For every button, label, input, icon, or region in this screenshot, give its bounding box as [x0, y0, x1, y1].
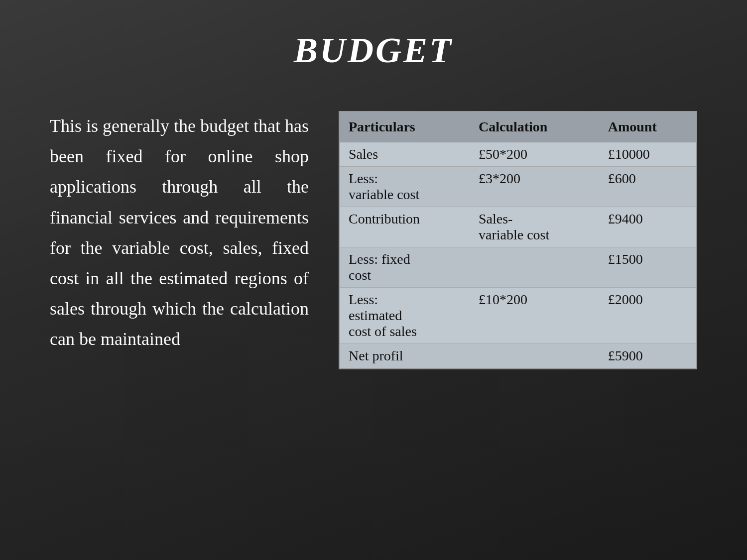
- cell-particulars: Net profil: [340, 344, 470, 368]
- table-header-row: Particulars Calculation Amount: [340, 112, 696, 142]
- table-row: Less: fixed cost£1500: [340, 247, 696, 288]
- cell-amount: £5900: [599, 344, 696, 368]
- cell-calculation: [470, 344, 599, 368]
- table-row: ContributionSales- variable cost£9400: [340, 207, 696, 247]
- cell-amount: £2000: [599, 288, 696, 344]
- col-calculation: Calculation: [470, 112, 599, 142]
- page-title: BUDGET: [294, 30, 453, 71]
- description-text: This is generally the budget that has be…: [50, 111, 309, 355]
- cell-calculation: £3*200: [470, 167, 599, 207]
- table-row: Sales£50*200£10000: [340, 142, 696, 167]
- table-row: Less: estimated cost of sales£10*200£200…: [340, 288, 696, 344]
- title-section: BUDGET: [294, 30, 453, 71]
- cell-particulars: Less: fixed cost: [340, 247, 470, 288]
- cell-particulars: Contribution: [340, 207, 470, 247]
- table-row: Net profil£5900: [340, 344, 696, 368]
- cell-calculation: £50*200: [470, 142, 599, 167]
- cell-particulars: Less: estimated cost of sales: [340, 288, 470, 344]
- table-row: Less: variable cost£3*200£600: [340, 167, 696, 207]
- cell-amount: £1500: [599, 247, 696, 288]
- budget-table: Particulars Calculation Amount Sales£50*…: [340, 112, 696, 368]
- cell-amount: £10000: [599, 142, 696, 167]
- cell-calculation: [470, 247, 599, 288]
- cell-calculation: Sales- variable cost: [470, 207, 599, 247]
- budget-table-section: Particulars Calculation Amount Sales£50*…: [339, 111, 697, 369]
- cell-particulars: Sales: [340, 142, 470, 167]
- content-area: This is generally the budget that has be…: [50, 111, 697, 369]
- cell-amount: £9400: [599, 207, 696, 247]
- col-particulars: Particulars: [340, 112, 470, 142]
- cell-calculation: £10*200: [470, 288, 599, 344]
- cell-particulars: Less: variable cost: [340, 167, 470, 207]
- cell-amount: £600: [599, 167, 696, 207]
- col-amount: Amount: [599, 112, 696, 142]
